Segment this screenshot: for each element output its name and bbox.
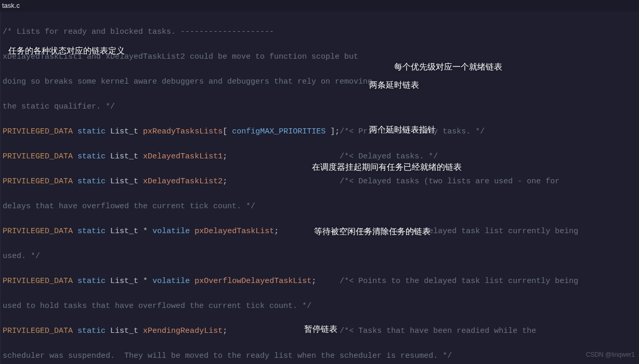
code-line: PRIVILEGED_DATA static List_t pxReadyTas… [3,126,637,138]
comment-line: /* Lists for ready and blocked tasks. --… [3,26,637,38]
annotation-states: 任务的各种状态对应的链表定义 [8,45,125,57]
comment-line: used. */ [3,250,637,263]
annotation-ready: 每个优先级对应一个就绪链表 [394,61,502,73]
code-line: PRIVILEGED_DATA static List_t xDelayedTa… [3,176,637,188]
annotation-waitterm: 等待被空闲任务清除任务的链表 [314,225,431,238]
annotation-pending: 在调度器挂起期间有任务已经就绪的链表 [312,161,462,173]
tab-bar: task.c [0,0,639,11]
comment-line: doing so breaks some kernel aware debugg… [3,76,637,88]
comment-line: scheduler was suspended. They will be mo… [3,350,637,362]
annotation-suspended: 暂停链表 [304,323,337,335]
annotation-delayed: 两条延时链表 [369,79,419,91]
comment-line: the static qualifier. */ [3,101,637,113]
annotation-delayptr: 两个延时链表指针 [369,124,436,136]
code-line: PRIVILEGED_DATA static List_t * volatile… [3,275,637,288]
code-editor[interactable]: /* Lists for ready and blocked tasks. --… [0,11,639,364]
tab-task-c[interactable]: task.c [2,0,20,12]
comment-line: delays that have overflowed the current … [3,200,637,213]
comment-line: used to hold tasks that have overflowed … [3,300,637,313]
watermark: CSDN @linqwer1 [586,348,635,361]
